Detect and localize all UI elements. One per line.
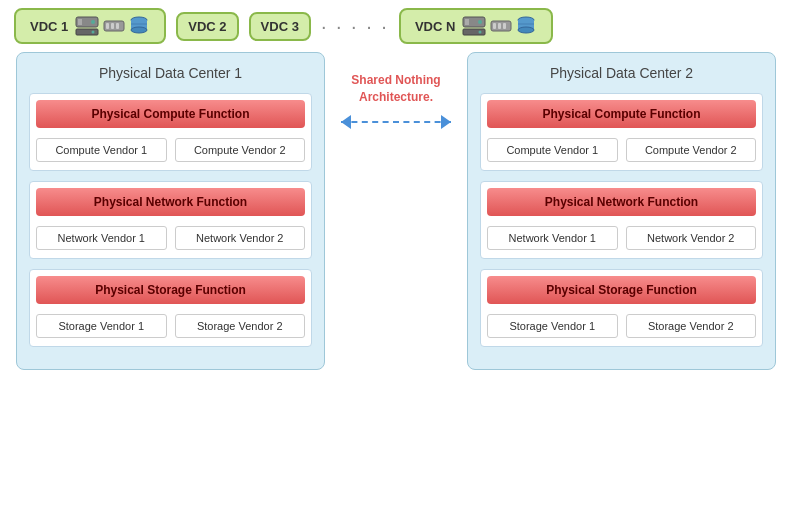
arrow-left (341, 115, 351, 129)
svg-point-24 (518, 27, 534, 33)
dc1-title: Physical Data Center 1 (29, 65, 312, 81)
svg-rect-6 (106, 23, 109, 29)
middle-section: Shared Nothing Architecture. (331, 52, 461, 370)
dc2-network-vendors: Network Vendor 1 Network Vendor 2 (487, 224, 756, 252)
dc2-network-block: Physical Network Function Network Vendor… (480, 181, 763, 259)
vdc1-box: VDC 1 (14, 8, 166, 44)
dc1-storage-vendor2: Storage Vendor 2 (175, 314, 306, 338)
dc1-compute-vendor2: Compute Vendor 2 (175, 138, 306, 162)
svg-point-4 (92, 31, 95, 34)
server-icon (74, 15, 100, 37)
dc2-compute-header: Physical Compute Function (487, 100, 756, 128)
dc1-network-vendor1: Network Vendor 1 (36, 226, 167, 250)
svg-point-15 (478, 20, 482, 24)
server-icon-n (461, 15, 487, 37)
dc1-network-vendor2: Network Vendor 2 (175, 226, 306, 250)
dashed-line (341, 121, 451, 123)
dc1-compute-vendors: Compute Vendor 1 Compute Vendor 2 (36, 136, 305, 164)
svg-point-11 (131, 27, 147, 33)
dc1-network-block: Physical Network Function Network Vendor… (29, 181, 312, 259)
vdc1-icons (74, 15, 150, 37)
dc2-compute-vendor2: Compute Vendor 2 (626, 138, 757, 162)
svg-rect-8 (116, 23, 119, 29)
svg-rect-16 (463, 29, 485, 35)
dc2-network-header: Physical Network Function (487, 188, 756, 216)
svg-rect-20 (498, 23, 501, 29)
dc1-compute-block: Physical Compute Function Compute Vendor… (29, 93, 312, 171)
vdc3-label: VDC 3 (261, 19, 299, 34)
svg-rect-1 (78, 19, 82, 25)
svg-rect-7 (111, 23, 114, 29)
switch-icon-n (490, 17, 512, 35)
db-icon-n (515, 15, 537, 37)
svg-rect-19 (493, 23, 496, 29)
dc1-compute-header: Physical Compute Function (36, 100, 305, 128)
dc1-storage-block: Physical Storage Function Storage Vendor… (29, 269, 312, 347)
svg-rect-3 (76, 29, 98, 35)
dc2-network-vendor2: Network Vendor 2 (626, 226, 757, 250)
dc2-panel: Physical Data Center 2 Physical Compute … (467, 52, 776, 370)
vdcN-icons (461, 15, 537, 37)
svg-point-17 (479, 31, 482, 34)
dc1-compute-vendor1: Compute Vendor 1 (36, 138, 167, 162)
dc1-network-header: Physical Network Function (36, 188, 305, 216)
arrow-right (441, 115, 451, 129)
svg-rect-14 (465, 19, 469, 25)
dc2-title: Physical Data Center 2 (480, 65, 763, 81)
main-area: Physical Data Center 1 Physical Compute … (0, 52, 792, 370)
shared-nothing-arrow (341, 112, 451, 132)
switch-icon (103, 17, 125, 35)
dc2-storage-block: Physical Storage Function Storage Vendor… (480, 269, 763, 347)
dc2-compute-block: Physical Compute Function Compute Vendor… (480, 93, 763, 171)
vdc-bar: VDC 1 (0, 0, 792, 52)
vdc3-box: VDC 3 (249, 12, 311, 41)
dc1-panel: Physical Data Center 1 Physical Compute … (16, 52, 325, 370)
dc2-compute-vendor1: Compute Vendor 1 (487, 138, 618, 162)
dc1-storage-header: Physical Storage Function (36, 276, 305, 304)
svg-point-2 (91, 20, 95, 24)
shared-nothing-text: Shared Nothing Architecture. (351, 72, 440, 106)
dc2-storage-vendor1: Storage Vendor 1 (487, 314, 618, 338)
dc2-storage-vendor2: Storage Vendor 2 (626, 314, 757, 338)
dc1-network-vendors: Network Vendor 1 Network Vendor 2 (36, 224, 305, 252)
vdc2-label: VDC 2 (188, 19, 226, 34)
db-icon (128, 15, 150, 37)
vdc-dots: · · · · · (321, 15, 389, 38)
vdcN-label: VDC N (415, 19, 455, 34)
dc1-storage-vendors: Storage Vendor 1 Storage Vendor 2 (36, 312, 305, 340)
dc2-compute-vendors: Compute Vendor 1 Compute Vendor 2 (487, 136, 756, 164)
vdc2-box: VDC 2 (176, 12, 238, 41)
svg-rect-21 (503, 23, 506, 29)
dc2-storage-header: Physical Storage Function (487, 276, 756, 304)
vdcN-box: VDC N (399, 8, 553, 44)
vdc1-label: VDC 1 (30, 19, 68, 34)
dc2-network-vendor1: Network Vendor 1 (487, 226, 618, 250)
dc1-storage-vendor1: Storage Vendor 1 (36, 314, 167, 338)
dc2-storage-vendors: Storage Vendor 1 Storage Vendor 2 (487, 312, 756, 340)
